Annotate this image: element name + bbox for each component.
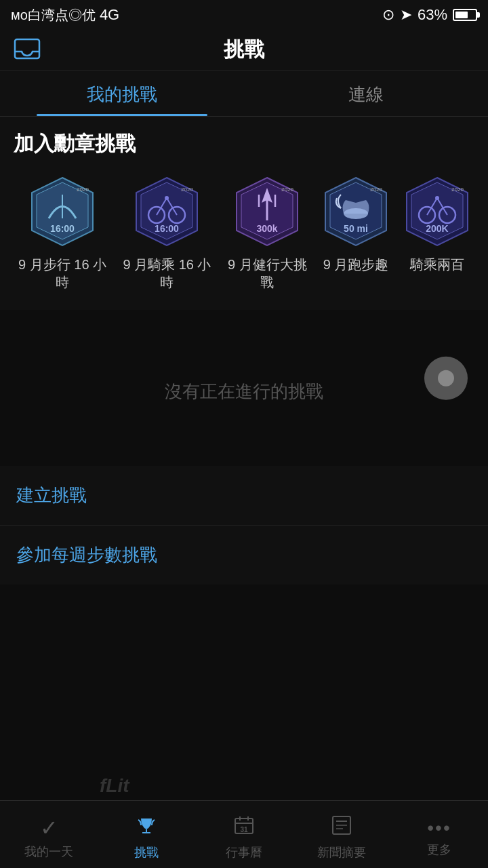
empty-section: 沒有正在進行的挑戰 <box>0 317 488 466</box>
network-type: 4G <box>100 6 119 24</box>
badge-item-3[interactable]: 300k 2020 9 月健行大挑戰 <box>223 174 312 291</box>
nav-label-news: 新聞摘要 <box>317 844 366 861</box>
svg-text:2020: 2020 <box>281 186 293 193</box>
badge-label-3: 9 月健行大挑戰 <box>223 256 312 291</box>
inbox-icon[interactable] <box>14 38 41 62</box>
svg-point-32 <box>438 370 454 387</box>
badge-label-4: 9 月跑步趣 <box>323 256 389 273</box>
svg-text:2020: 2020 <box>451 186 464 193</box>
nav-item-more[interactable]: ••• 更多 <box>390 812 488 858</box>
badge-shape-5: 200K 2020 <box>403 174 471 249</box>
badge-shape-4: 50 mi 2020 <box>322 174 390 249</box>
badge-item-1[interactable]: 16:00 2020 9 月步行 16 小時 <box>14 174 111 291</box>
empty-text: 沒有正在進行的挑戰 <box>165 380 323 403</box>
badge-shape-3: 300k 2020 <box>233 174 301 249</box>
svg-text:31: 31 <box>240 826 248 833</box>
header: 挑戰 <box>0 30 488 71</box>
floating-action-button[interactable] <box>424 357 468 400</box>
trophy-icon <box>136 814 157 842</box>
calendar-icon: 31 <box>233 814 255 842</box>
nav-item-my-day[interactable]: ✓ 我的一天 <box>0 810 98 860</box>
join-weekly-link[interactable]: 參加每週步數挑戰 <box>0 526 488 585</box>
nav-item-challenges[interactable]: 挑戰 <box>98 809 195 861</box>
nav-item-calendar[interactable]: 31 行事曆 <box>195 809 293 861</box>
badge-label-2: 9 月騎乘 16 小時 <box>118 256 216 291</box>
badge-item-4[interactable]: 50 mi 2020 9 月跑步趣 <box>319 174 393 291</box>
section-title: 加入勳章挑戰 <box>14 130 474 158</box>
svg-point-12 <box>165 196 169 200</box>
svg-text:16:00: 16:00 <box>155 223 180 234</box>
tab-online[interactable]: 連線 <box>244 71 488 116</box>
svg-text:200K: 200K <box>426 223 448 234</box>
checkmark-icon: ✓ <box>40 815 58 841</box>
news-icon <box>331 814 352 842</box>
status-left: мо白湾点◎优 4G <box>11 6 119 24</box>
action-links: 建立挑戰 參加每週步數挑戰 <box>0 466 488 585</box>
badge-shape-2: 16:00 2020 <box>133 174 201 249</box>
badge-item-5[interactable]: 200K 2020 騎乘兩百 <box>400 174 474 291</box>
svg-text:300k: 300k <box>257 223 278 234</box>
location-icon: ⊙ <box>382 6 394 24</box>
page-title: 挑戰 <box>224 36 264 64</box>
join-badge-section: 加入勳章挑戰 16:00 2020 9 月步行 16 小時 <box>0 117 488 310</box>
nav-label-my-day: 我的一天 <box>24 844 73 860</box>
more-icon: ••• <box>427 817 451 839</box>
badge-row: 16:00 2020 9 月步行 16 小時 16:00 2020 <box>14 174 474 294</box>
bottom-nav: ✓ 我的一天 挑戰 31 行事曆 <box>0 800 488 868</box>
flit-watermark: fLit <box>100 775 129 797</box>
tabs: 我的挑戰 連線 <box>0 71 488 117</box>
status-right: ⊙ ➤ 63% <box>382 6 477 24</box>
battery-percent: 63% <box>418 6 447 24</box>
badge-shape-1: 16:00 2020 <box>28 174 96 249</box>
status-bar: мо白湾点◎优 4G ⊙ ➤ 63% <box>0 0 488 30</box>
badge-label-5: 騎乘兩百 <box>410 256 464 273</box>
svg-text:50 mi: 50 mi <box>344 223 368 234</box>
nav-label-more: 更多 <box>427 842 451 858</box>
svg-point-31 <box>435 196 439 200</box>
navigation-icon: ➤ <box>400 6 412 24</box>
svg-text:2020: 2020 <box>182 186 194 193</box>
badge-label-1: 9 月步行 16 小時 <box>14 256 111 291</box>
svg-text:2020: 2020 <box>77 186 89 193</box>
badge-item-2[interactable]: 16:00 2020 9 月騎乘 16 小時 <box>118 174 216 291</box>
nav-label-challenges: 挑戰 <box>134 844 159 861</box>
carrier-text: мо白湾点◎优 <box>11 6 96 24</box>
svg-text:2020: 2020 <box>370 186 382 193</box>
svg-text:16:00: 16:00 <box>50 223 75 234</box>
create-challenge-link[interactable]: 建立挑戰 <box>0 466 488 526</box>
nav-item-news[interactable]: 新聞摘要 <box>293 809 390 861</box>
nav-label-calendar: 行事曆 <box>226 844 262 861</box>
battery-icon <box>453 9 477 21</box>
tab-my-challenges[interactable]: 我的挑戰 <box>0 71 244 116</box>
